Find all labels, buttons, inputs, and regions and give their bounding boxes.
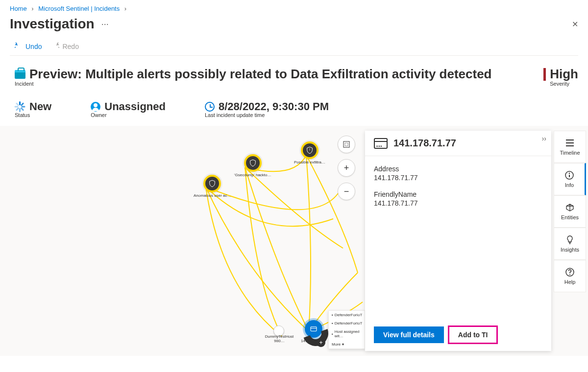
context-menu-item[interactable]: ▪Host assigned wit… bbox=[329, 327, 365, 340]
severity-indicator bbox=[543, 68, 546, 81]
breadcrumb-sentinel[interactable]: Microsoft Sentinel | Incidents bbox=[38, 5, 120, 12]
entity-panel-title: 141.178.71.77 bbox=[393, 138, 456, 149]
breadcrumb-home[interactable]: Home bbox=[10, 5, 27, 12]
svg-point-7 bbox=[569, 173, 570, 174]
expand-node-button[interactable]: + bbox=[317, 338, 325, 347]
context-menu: ▪DefenderForIoT ▪DefenderForIoT ▪Host as… bbox=[328, 310, 365, 349]
page-title: Investigation bbox=[10, 16, 95, 32]
update-time-value: 8/28/2022, 9:30:30 PM bbox=[219, 100, 329, 113]
redo-icon bbox=[51, 43, 59, 50]
tab-label: Insights bbox=[561, 247, 579, 253]
investigation-graph[interactable]: Anomalous user ac… 'Gsecdump' hackto… ! … bbox=[0, 126, 588, 356]
status-label: Status bbox=[15, 112, 51, 118]
side-tabs: Timeline Info Entities Insights Help bbox=[554, 131, 586, 292]
timeline-icon bbox=[565, 138, 575, 148]
help-icon bbox=[565, 267, 575, 277]
view-full-details-button[interactable]: View full details bbox=[374, 326, 444, 343]
tab-help[interactable]: Help bbox=[554, 260, 586, 292]
redo-label: Redo bbox=[62, 43, 78, 50]
undo-button[interactable]: Undo bbox=[15, 43, 42, 50]
undo-label: Undo bbox=[25, 43, 42, 50]
briefcase-icon bbox=[15, 70, 25, 79]
svg-text:!: ! bbox=[309, 148, 310, 151]
entities-icon bbox=[565, 203, 575, 212]
tab-timeline[interactable]: Timeline bbox=[554, 131, 586, 163]
update-time-label: Last incident update time bbox=[205, 112, 329, 118]
clock-icon bbox=[205, 102, 215, 112]
context-menu-item[interactable]: ▪DefenderForIoT bbox=[329, 319, 365, 327]
chevron-right-icon: › bbox=[31, 5, 33, 12]
owner-label: Owner bbox=[91, 112, 166, 118]
lightbulb-icon bbox=[565, 235, 575, 245]
field-label: Address bbox=[374, 165, 542, 173]
context-menu-item[interactable]: ▪DefenderForIoT bbox=[329, 311, 365, 319]
status-value: New bbox=[29, 100, 51, 113]
entity-details-panel: 141.178.71.77 ›› Address 141.178.71.77 F… bbox=[365, 131, 551, 351]
redo-button[interactable]: Redo bbox=[51, 43, 78, 50]
tab-label: Info bbox=[565, 182, 574, 188]
person-icon bbox=[91, 102, 100, 112]
zoom-in-button[interactable]: + bbox=[338, 159, 355, 177]
zoom-out-button[interactable]: − bbox=[338, 183, 355, 200]
tab-label: Help bbox=[564, 279, 576, 285]
node-label: Anomalous user ac… bbox=[194, 193, 231, 198]
tab-insights[interactable]: Insights bbox=[554, 228, 586, 260]
breadcrumb: Home › Microsoft Sentinel | Incidents › bbox=[0, 0, 588, 12]
node-label: 'Gsecdump' hackto… bbox=[234, 173, 271, 177]
node-label: DummyTestHost 980… bbox=[265, 334, 294, 343]
tab-label: Entities bbox=[561, 214, 579, 220]
svg-point-9 bbox=[569, 274, 570, 275]
fit-view-button[interactable] bbox=[338, 136, 355, 153]
info-icon bbox=[564, 170, 574, 180]
context-menu-more[interactable]: More▾ bbox=[329, 340, 365, 349]
tab-entities[interactable]: Entities bbox=[554, 195, 586, 228]
graph-node-alert[interactable]: 'Gsecdump' hackto… bbox=[234, 154, 271, 177]
tab-info[interactable]: Info bbox=[554, 163, 586, 195]
undo-icon bbox=[15, 43, 23, 50]
owner-value: Unassigned bbox=[104, 100, 166, 113]
close-button[interactable]: ✕ bbox=[572, 20, 578, 29]
collapse-panel-button[interactable]: ›› bbox=[542, 135, 546, 142]
incident-title: Preview: Multiple alerts possibly relate… bbox=[29, 67, 492, 82]
severity-value: High bbox=[550, 67, 578, 82]
more-actions-button[interactable]: ··· bbox=[99, 19, 111, 29]
graph-node-alert[interactable]: ! Possible exfiltra… bbox=[294, 141, 325, 164]
graph-node-alert[interactable]: Anomalous user ac… bbox=[194, 175, 231, 198]
svg-rect-3 bbox=[343, 141, 349, 147]
ip-address-icon bbox=[374, 138, 388, 149]
field-label: FriendlyName bbox=[374, 190, 542, 198]
node-label: Possible exfiltra… bbox=[294, 160, 325, 164]
tab-label: Timeline bbox=[560, 150, 580, 156]
status-icon bbox=[15, 101, 25, 112]
severity-label: Severity bbox=[550, 81, 578, 87]
field-value: 141.178.71.77 bbox=[374, 174, 542, 182]
chevron-right-icon: › bbox=[124, 5, 126, 12]
incident-sublabel: Incident bbox=[15, 81, 492, 87]
svg-rect-4 bbox=[345, 143, 348, 146]
field-value: 141.178.71.77 bbox=[374, 199, 542, 207]
add-to-ti-button[interactable]: Add to TI bbox=[449, 326, 497, 343]
